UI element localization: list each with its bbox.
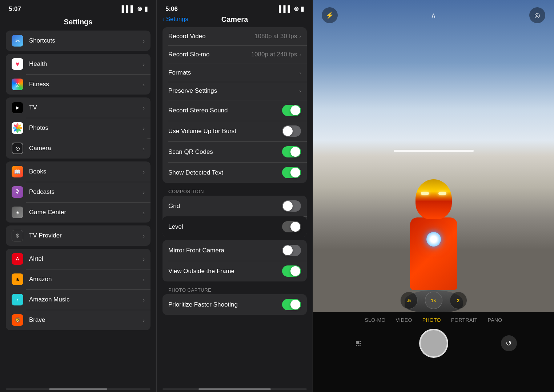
wifi-icon: ⊜ (137, 5, 142, 13)
mode-slomo-label: SLO-MO (365, 317, 386, 323)
camera-chevron-icon: › (143, 145, 145, 152)
zoom-1x-label: 1× (431, 298, 436, 303)
scroll-thumb-2 (198, 388, 271, 390)
camera-section-front: Mirror Front Camera View Outside the Fra… (162, 240, 307, 281)
livephoto-icon: ◎ (534, 11, 540, 19)
composition-label: COMPOSITION (162, 186, 307, 196)
mode-video[interactable]: VIDEO (396, 317, 412, 323)
sidebar-item-books[interactable]: 📖 Books › (6, 161, 150, 182)
level-item[interactable]: Level (162, 216, 307, 237)
mode-pano[interactable]: PANO (488, 317, 502, 323)
shutter-button[interactable] (419, 329, 448, 358)
tvprovider-chevron-icon: › (143, 233, 145, 239)
shortcuts-chevron-icon: › (143, 38, 145, 44)
mirror-front-toggle[interactable] (282, 245, 301, 256)
camera-nav-title: Camera (221, 15, 248, 24)
scan-qr-label: Scan QR Codes (168, 148, 282, 156)
mode-photo[interactable]: PHOTO (422, 317, 441, 323)
prioritize-shooting-item[interactable]: Prioritize Faster Shooting (162, 294, 307, 315)
sidebar-item-podcasts[interactable]: 🎙 Podcasts › (6, 182, 150, 202)
airtel-chevron-icon: › (143, 256, 145, 262)
zoom-0-5-label: .5 (407, 298, 411, 303)
expand-button[interactable]: ∧ (431, 11, 436, 20)
show-text-item[interactable]: Show Detected Text (162, 162, 307, 183)
chevron-up-icon: ∧ (431, 11, 436, 19)
scan-qr-toggle[interactable] (282, 146, 301, 157)
sidebar-item-photos[interactable]: Photos › (6, 118, 150, 138)
camera-viewfinder: .5 1× 2 (313, 0, 554, 312)
zoom-0-5-button[interactable]: .5 (400, 292, 418, 309)
front-camera-group: Mirror Front Camera View Outside the Fra… (162, 240, 307, 281)
flip-camera-button[interactable]: ↺ (501, 335, 517, 351)
grid-item[interactable]: Grid (162, 196, 307, 216)
formats-item[interactable]: Formats › (162, 64, 307, 82)
sidebar-item-camera[interactable]: ⊙ Camera › (6, 138, 150, 159)
shutter-row: ↺ (313, 329, 554, 358)
photo-capture-group: Prioritize Faster Shooting (162, 294, 307, 315)
books-chevron-icon: › (143, 169, 145, 175)
volume-burst-item[interactable]: Use Volume Up for Burst (162, 121, 307, 141)
scroll-thumb-1 (49, 388, 107, 390)
sidebar-item-fitness[interactable]: ◎ Fitness › (6, 74, 150, 95)
photo-capture-label: PHOTO CAPTURE (162, 284, 307, 294)
fitness-label: Fitness (29, 81, 143, 88)
livephoto-button[interactable]: ◎ (529, 7, 545, 23)
view-outside-item[interactable]: View Outside the Frame (162, 261, 307, 281)
view-outside-toggle[interactable] (282, 265, 301, 277)
prioritize-shooting-toggle[interactable] (282, 299, 301, 310)
settings-group-provider: $ TV Provider › (6, 225, 150, 246)
back-chevron-icon: ‹ (162, 16, 165, 23)
tv-icon: ▶ (12, 102, 23, 113)
sidebar-item-tvprovider[interactable]: $ TV Provider › (6, 225, 150, 246)
amazonmusic-chevron-icon: › (143, 297, 145, 303)
record-slomo-item[interactable]: Record Slo-mo 1080p at 240 fps › (162, 45, 307, 64)
camera-section-composition: COMPOSITION Grid Level (162, 186, 307, 237)
record-stereo-label: Record Stereo Sound (168, 107, 282, 114)
tv-chevron-icon: › (143, 105, 145, 111)
zoom-2x-button[interactable]: 2 (450, 292, 467, 309)
photo-roll-icon (356, 341, 361, 346)
record-stereo-item[interactable]: Record Stereo Sound (162, 100, 307, 121)
mode-slomo[interactable]: SLO-MO (365, 317, 386, 323)
airtel-label: Airtel (29, 255, 143, 263)
focus-tracking-bar (394, 150, 474, 152)
tvprovider-label: TV Provider (29, 232, 143, 239)
volume-burst-toggle[interactable] (282, 125, 301, 137)
ironman-eye-left (421, 192, 429, 195)
grid-toggle[interactable] (282, 200, 301, 212)
tv-label: TV (29, 104, 143, 111)
sidebar-item-health[interactable]: ♥ Health › (6, 54, 150, 74)
photo-roll-button[interactable] (350, 335, 366, 351)
sidebar-item-amazon[interactable]: a Amazon › (6, 269, 150, 289)
record-video-item[interactable]: Record Video 1080p at 30 fps › (162, 27, 307, 45)
sidebar-item-brave[interactable]: 🦁 Brave › (6, 310, 150, 330)
settings-back-button[interactable]: ‹ Settings (162, 16, 188, 23)
level-toggle[interactable] (282, 221, 301, 232)
zoom-1x-button[interactable]: 1× (425, 292, 442, 309)
sidebar-item-tv[interactable]: ▶ TV › (6, 97, 150, 118)
ironman-figure (394, 137, 474, 312)
show-text-label: Show Detected Text (168, 169, 282, 176)
preserve-settings-label: Preserve Settings (168, 87, 299, 95)
preserve-settings-item[interactable]: Preserve Settings › (162, 82, 307, 100)
sidebar-item-airtel[interactable]: A Airtel › (6, 249, 150, 269)
sidebar-item-gamecenter[interactable]: ◈ Game Center › (6, 202, 150, 223)
fitness-chevron-icon: › (143, 81, 145, 88)
mirror-front-item[interactable]: Mirror Front Camera (162, 240, 307, 261)
formats-label: Formats (168, 69, 299, 76)
flash-button[interactable]: ⚡ (322, 7, 338, 23)
wifi-icon-2: ⊜ (294, 5, 299, 12)
mode-portrait-label: PORTRAIT (451, 317, 478, 323)
books-label: Books (29, 168, 143, 175)
show-text-toggle[interactable] (282, 167, 301, 178)
sidebar-item-shortcuts[interactable]: ✂ Shortcuts › (6, 31, 150, 51)
back-label: Settings (166, 16, 188, 23)
status-icons-1: ▌▌▌ ⊜ ▮ (122, 5, 148, 13)
settings-group-thirdparty: A Airtel › a Amazon › ♪ Amazon Music › 🦁… (6, 249, 150, 330)
sidebar-item-amazonmusic[interactable]: ♪ Amazon Music › (6, 289, 150, 310)
level-label: Level (168, 223, 282, 231)
podcasts-label: Podcasts (29, 188, 143, 196)
scan-qr-item[interactable]: Scan QR Codes (162, 141, 307, 162)
record-stereo-toggle[interactable] (282, 105, 301, 116)
mode-portrait[interactable]: PORTRAIT (451, 317, 478, 323)
